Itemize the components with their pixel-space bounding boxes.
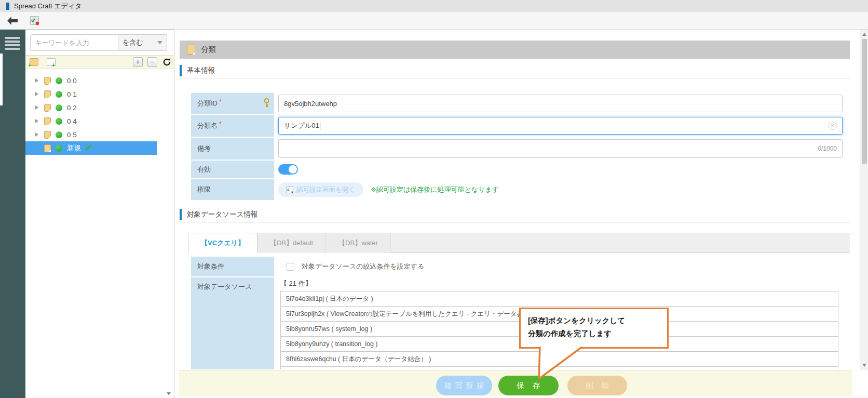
category-icon	[187, 45, 195, 55]
field-label: 権限	[191, 179, 274, 200]
field-area	[278, 161, 843, 178]
label-text: 有効	[197, 165, 211, 174]
scroll-up-arrow[interactable]	[862, 33, 866, 36]
page-title: 分類	[201, 45, 216, 55]
status-dot-icon	[56, 104, 62, 111]
add-category-button[interactable]: +	[30, 58, 38, 66]
tree-item[interactable]: 0 0	[25, 74, 174, 87]
collapse-all-button[interactable]: −	[147, 57, 157, 67]
tree-item-label: 0 1	[67, 90, 77, 98]
tree-scroll-down-arrow[interactable]	[167, 392, 171, 395]
back-button[interactable]	[6, 16, 19, 25]
category-tree: 0 0 0 1 0 2 0 4 0 5	[25, 69, 174, 155]
section-basic-info: 基本情報	[180, 62, 850, 79]
form-row-permission: 権限 認可設定画面を開く ※認可設定は保存後に処理可能となります	[191, 179, 843, 200]
key-icon	[263, 98, 270, 110]
edit-pencil-icon	[85, 144, 92, 153]
top-toolbar	[0, 12, 868, 30]
expand-arrow-icon[interactable]	[35, 105, 38, 110]
tree-toolbar: + + + −	[25, 55, 174, 69]
status-dot-icon	[56, 145, 62, 152]
form-row-target-datasource: 対象データソース 【 21 件】 5i7o4o3kli1pj ( 日本のデータ …	[191, 277, 843, 369]
field-label: 分類名 *	[191, 115, 274, 137]
datasource-item[interactable]: 5i7o4o3kli1pj ( 日本のデータ )	[280, 291, 838, 307]
expand-arrow-placeholder	[35, 146, 38, 150]
refresh-button[interactable]	[162, 58, 171, 67]
title-bar: Spread Craft エディタ	[0, 0, 868, 12]
datasource-tabs: 【VCクエリ】 【DB】default 【DB】water	[188, 233, 850, 253]
tree-item-selected[interactable]: 新規	[25, 141, 157, 155]
refresh-icon	[162, 58, 171, 67]
expand-arrow-icon[interactable]	[35, 92, 38, 96]
form-row-target-condition: 対象条件 対象データソースの絞込条件を設定する	[191, 257, 843, 276]
condition-checkbox-label: 対象データソースの絞込条件を設定する	[302, 262, 424, 271]
category-icon	[44, 104, 51, 112]
expand-arrow-icon[interactable]	[35, 119, 38, 123]
field-area: 対象データソースの絞込条件を設定する	[278, 257, 843, 276]
tree-item[interactable]: 0 4	[25, 114, 174, 128]
app-accent-bar	[6, 3, 9, 10]
tree-item-label: 新規	[67, 143, 81, 153]
sheet-settings-button[interactable]	[30, 16, 39, 25]
action-footer: 複写新規 保 存 削 除	[179, 370, 852, 396]
tree-item-label: 0 2	[67, 104, 77, 112]
clear-input-icon[interactable]: ✕	[829, 122, 837, 130]
tab-vc-query[interactable]: 【VCクエリ】	[188, 233, 257, 253]
field-area: サンプル01 ✕	[278, 115, 843, 137]
category-icon	[44, 77, 51, 85]
vertical-scrollbar[interactable]	[860, 30, 868, 370]
left-rail	[0, 30, 25, 398]
open-permission-screen-button[interactable]: 認可設定画面を開く	[278, 182, 363, 197]
tab-db-water[interactable]: 【DB】water	[326, 233, 391, 253]
expand-arrow-icon[interactable]	[35, 78, 38, 83]
field-area: 8gv5ojbh2utwehp	[278, 93, 843, 114]
condition-checkbox[interactable]	[287, 263, 294, 271]
expand-arrow-icon[interactable]	[35, 132, 38, 137]
match-mode-select[interactable]: を含む	[118, 34, 167, 51]
tree-item-label: 0 4	[67, 117, 77, 125]
keyword-search-input[interactable]	[30, 34, 118, 51]
note-input[interactable]: 0/1000	[278, 139, 843, 158]
text-caret	[320, 122, 320, 130]
add-item-button[interactable]: +	[47, 58, 56, 66]
field-label: 対象データソース	[191, 277, 274, 369]
label-text: 対象データソース	[197, 282, 252, 291]
category-name-value: サンプル01	[284, 121, 319, 130]
back-arrow-icon	[6, 16, 19, 25]
form-row-enabled: 有効	[191, 161, 843, 178]
tree-item[interactable]: 0 5	[25, 128, 174, 141]
tab-db-default[interactable]: 【DB】default	[257, 233, 326, 253]
scroll-down-arrow[interactable]	[862, 364, 866, 367]
tree-item-label: 0 0	[67, 77, 77, 85]
plus-badge-icon: +	[52, 63, 57, 68]
menu-toggle-button[interactable]	[5, 37, 20, 52]
copy-new-button[interactable]: 複写新規	[436, 376, 492, 395]
callout-line-1: [保存]ボタンをクリックして	[528, 314, 660, 327]
chevron-down-icon	[157, 41, 162, 44]
section-datasource-info: 対象データソース情報	[180, 206, 850, 223]
enabled-toggle[interactable]	[278, 164, 298, 175]
field-label: 対象条件	[191, 257, 274, 276]
match-mode-value: を含む	[123, 38, 143, 47]
category-id-input[interactable]: 8gv5ojbh2utwehp	[278, 95, 843, 112]
tree-item[interactable]: 0 2	[25, 101, 174, 114]
tree-search-row: を含む	[25, 30, 174, 55]
app-title: Spread Craft エディタ	[14, 2, 82, 11]
scrollbar-thumb[interactable]	[862, 39, 867, 164]
basic-info-form: 分類ID * 8gv5ojbh2utwehp 分類名 *	[191, 93, 843, 201]
section-title: 対象データソース情報	[187, 210, 257, 219]
expand-all-button[interactable]: +	[133, 57, 143, 67]
field-label: 有効	[191, 161, 274, 178]
section-accent-bar	[180, 209, 182, 220]
tree-item[interactable]: 0 1	[25, 87, 174, 101]
field-label: 分類ID *	[191, 93, 274, 114]
callout-line-2: 分類の作成を完了します	[528, 327, 660, 340]
category-icon	[44, 131, 51, 139]
status-dot-icon	[56, 131, 62, 138]
tree-item-label: 0 5	[67, 131, 77, 139]
section-accent-bar	[180, 65, 182, 76]
spread-craft-editor-window: { "window": { "title": "Spread Craft エディ…	[0, 0, 868, 398]
datasource-form: 対象条件 対象データソースの絞込条件を設定する 対象データソース 【 21 件】…	[191, 257, 843, 370]
label-text: 対象条件	[197, 262, 224, 271]
category-name-input[interactable]: サンプル01 ✕	[278, 117, 843, 135]
